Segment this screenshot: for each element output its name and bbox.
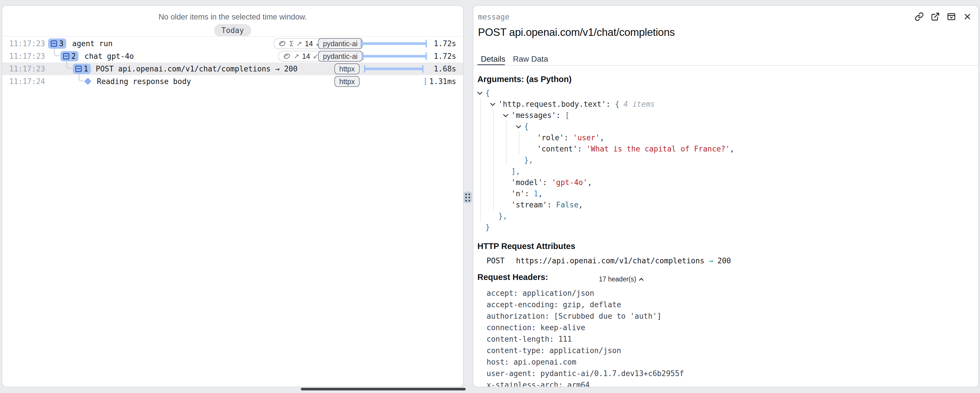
code-line: { xyxy=(477,121,734,132)
copy-link-icon[interactable] xyxy=(915,12,924,21)
tree-connector xyxy=(78,74,84,81)
tree-connector xyxy=(66,61,72,69)
request-url-group: https://api.openai.com/v1/chat/completio… xyxy=(516,256,731,265)
code-line: 'stream': False, xyxy=(477,199,734,210)
trace-row-reading-response-body[interactable]: 11:17:24 Reading response body httpx 1.3… xyxy=(2,75,463,88)
duration-bar[interactable] xyxy=(362,53,427,60)
request-url: https://api.openai.com/v1/chat/completio… xyxy=(516,256,704,265)
tabbar-divider xyxy=(473,65,978,66)
request-method: POST xyxy=(487,256,504,265)
scope-tag[interactable]: httpx xyxy=(334,63,360,74)
tab-details[interactable]: Details xyxy=(481,54,506,64)
collapse-minus-icon xyxy=(51,40,57,47)
trace-list-panel: No older items in the selected time wind… xyxy=(2,5,464,387)
log-diamond-icon xyxy=(84,78,91,85)
code-line: 'role': 'user', xyxy=(477,132,734,143)
today-button[interactable]: Today xyxy=(214,24,251,37)
duration-tick[interactable] xyxy=(425,78,426,85)
open-external-icon[interactable] xyxy=(931,12,940,21)
span-label: agent run xyxy=(72,39,113,48)
timestamp: 11:17:23 xyxy=(9,64,45,73)
panel-resize-handle[interactable] xyxy=(463,192,472,203)
request-headers-heading: Request Headers: xyxy=(477,273,548,282)
header-line: accept: application/json xyxy=(487,288,684,299)
chevron-down-icon[interactable] xyxy=(490,101,495,106)
trace-row-agent-run[interactable]: 11:17:23 3 agent run Σ ↗ 14 ↙ 8 pydantic… xyxy=(2,37,463,50)
child-count: 2 xyxy=(72,52,76,61)
collapse-badge[interactable]: 1 xyxy=(73,64,91,74)
sum-icon: Σ xyxy=(289,40,294,48)
duration-bar[interactable] xyxy=(361,40,427,48)
headers-count-toggle[interactable]: 17 header(s) xyxy=(599,275,643,283)
tab-raw-data[interactable]: Raw Data xyxy=(513,54,548,64)
code-line: 'n': 1, xyxy=(477,188,734,199)
span-label: Reading response body xyxy=(97,77,191,86)
header-line: content-length: 111 xyxy=(487,333,684,345)
horizontal-scrollbar-thumb[interactable] xyxy=(301,388,466,390)
timestamp: 11:17:23 xyxy=(9,39,45,48)
header-line: user-agent: pydantic-ai/0.1.7.dev13+c6b2… xyxy=(487,368,684,379)
code-line: 'content': 'What is the capital of Franc… xyxy=(477,143,734,154)
code-line: }, xyxy=(477,210,734,222)
chevron-down-icon[interactable] xyxy=(503,112,508,117)
dock-panel-icon[interactable] xyxy=(947,12,956,21)
code-line: ], xyxy=(477,166,734,177)
duration-value: 1.31ms xyxy=(429,77,456,86)
headers-count-label: 17 header(s) xyxy=(599,275,636,283)
trace-viewer: No older items in the selected time wind… xyxy=(0,0,980,393)
header-line: accept-encoding: gzip, deflate xyxy=(487,299,684,310)
collapse-caret-icon xyxy=(639,278,644,283)
chevron-down-icon[interactable] xyxy=(516,123,521,128)
timestamp: 11:17:24 xyxy=(9,77,45,86)
code-line: }, xyxy=(477,154,734,166)
timestamp: 11:17:23 xyxy=(9,52,45,61)
collapse-minus-icon xyxy=(63,53,69,59)
code-line: { xyxy=(477,87,734,98)
tree-connector xyxy=(54,49,60,56)
tokens-in-icon: ↗ xyxy=(294,53,299,60)
tokens-in-count: 14 xyxy=(302,52,310,61)
close-icon[interactable] xyxy=(963,12,972,21)
code-line: 'messages': [ xyxy=(477,110,734,121)
http-attributes-heading: HTTP Request Attributes xyxy=(477,241,575,251)
panel-actions xyxy=(915,12,972,21)
trace-row-post-completions-selected[interactable]: 11:17:23 1 POST api.openai.com/v1/chat/c… xyxy=(2,62,463,75)
no-older-items-notice: No older items in the selected time wind… xyxy=(2,13,463,21)
code-line: } xyxy=(477,222,734,233)
scope-tag[interactable]: pydantic-ai xyxy=(318,51,363,62)
child-count: 3 xyxy=(59,39,64,48)
span-label: POST api.openai.com/v1/chat/completions … xyxy=(96,64,298,73)
token-coin-icon xyxy=(278,40,286,48)
header-line: x-stainless-arch: arm64 xyxy=(487,379,684,387)
trace-row-chat-gpt4o[interactable]: 11:17:23 2 chat gpt-4o ↗ 14 ↙ 8 pydantic… xyxy=(2,50,463,62)
rows-divider xyxy=(2,36,463,37)
arguments-heading: Arguments: (as Python) xyxy=(477,75,572,84)
status-arrow-icon: → xyxy=(709,256,713,265)
code-line: 'http.request.body.text': {4 items xyxy=(477,98,734,110)
chevron-down-icon[interactable] xyxy=(477,89,482,95)
request-headers-list: accept: application/json accept-encoding… xyxy=(487,288,684,387)
token-coin-icon xyxy=(283,52,291,60)
header-line: content-type: application/json xyxy=(487,345,684,356)
duration-bar[interactable] xyxy=(364,65,423,73)
arguments-python-tree: { 'http.request.body.text': {4 items 'me… xyxy=(477,87,734,233)
header-line: connection: keep-alive xyxy=(487,322,684,333)
tokens-out-icon: ↙ xyxy=(313,53,318,60)
header-line: authorization: [Scrubbed due to 'auth'] xyxy=(487,310,684,322)
header-line: host: api.openai.com xyxy=(487,356,684,368)
tokens-in-count: 14 xyxy=(305,40,313,48)
collapse-badge[interactable]: 3 xyxy=(48,38,66,49)
code-line: 'model': 'gpt-4o', xyxy=(477,177,734,188)
scope-tag[interactable]: httpx xyxy=(334,76,360,87)
collapse-badge[interactable]: 2 xyxy=(60,51,78,61)
duration-value: 1.72s xyxy=(434,52,456,61)
duration-value: 1.72s xyxy=(434,39,456,48)
tokens-in-icon: ↗ xyxy=(297,40,302,47)
request-summary-line: POST https://api.openai.com/v1/chat/comp… xyxy=(487,256,731,265)
status-code: 200 xyxy=(718,256,731,265)
scope-tag[interactable]: pydantic-ai xyxy=(318,38,363,49)
duration-value: 1.68s xyxy=(434,64,456,73)
span-label: chat gpt-4o xyxy=(84,52,134,61)
span-title: POST api.openai.com/v1/chat/completions xyxy=(478,26,675,38)
collapse-minus-icon xyxy=(75,66,82,72)
